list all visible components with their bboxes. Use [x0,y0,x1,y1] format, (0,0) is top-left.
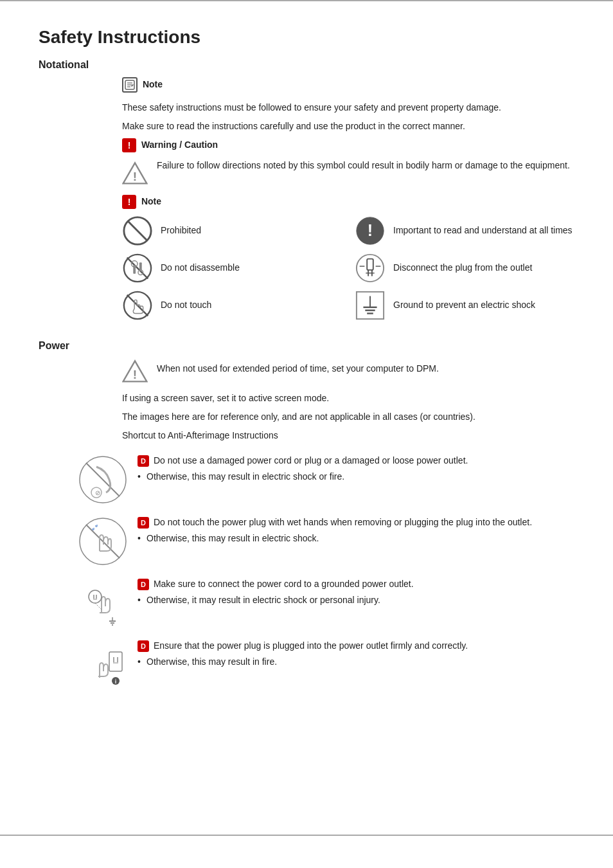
note-label-row: Note [122,77,574,95]
disassemble-text: Do not disassemble [161,262,240,275]
caution-marker-3: D [138,579,149,590]
touch-text: Do not touch [161,299,211,312]
symbol-disassemble: Do not disassemble [122,253,342,284]
power-warning1: When not used for extended period of tim… [157,358,439,375]
triangle-warning-icon: ! [122,160,148,186]
power-item-2: D Do not touch the power plug with wet h… [77,516,574,567]
power-item-3: D Make sure to connect the power cord to… [77,577,574,629]
warning-icon: ! [122,138,136,152]
svg-text:⊘: ⊘ [95,489,100,496]
important-text: Important to read and understand at all … [393,224,573,237]
power-item-1-main: D Do not use a damaged power cord or plu… [138,454,574,467]
prohibited-icon [122,215,153,246]
power-item-4: i D Ensure that the power plug is plugge… [77,639,574,691]
caution-marker-1: D [138,455,149,467]
power-item-1-image: ⊘ [77,454,129,505]
note2-label-text: Note [141,195,161,206]
power-warning-block: ! When not used for extended period of t… [122,358,574,384]
power-item-4-sub: Otherwise, this may result in fire. [138,655,574,669]
svg-text:i: i [115,678,117,685]
warning-label-text: Warning / Caution [141,139,218,149]
notational-heading: Notational [39,59,574,71]
warning-label-row: ! Warning / Caution [122,138,574,152]
note2-warning-icon: ! [122,195,136,209]
power-heading: Power [39,340,574,352]
caution-marker-4: D [138,640,149,652]
power-item-3-image [77,577,129,629]
symbol-disconnect: Disconnect the plug from the outlet [355,253,574,284]
power-item-3-sub: Otherwise, it may result in electric sho… [138,593,574,607]
power-item-2-sub: Otherwise, this may result in electric s… [138,532,574,545]
power-item-2-content: D Do not touch the power plug with wet h… [138,516,574,545]
svg-line-46 [95,603,102,610]
svg-text:!: ! [133,170,137,183]
power-body3: Shortcut to Anti-Afterimage Instructions [122,429,574,442]
power-body2: The images here are for reference only, … [122,410,574,424]
symbol-prohibited: Prohibited [122,215,342,246]
symbol-touch: Do not touch [122,290,342,321]
symbol-important: ! Important to read and understand at al… [355,215,574,246]
note-icon [122,77,138,93]
touch-icon [122,290,153,321]
power-triangle-icon: ! [122,358,148,384]
svg-text:!: ! [133,368,137,381]
disconnect-icon [355,253,386,284]
svg-point-38 [89,590,102,603]
svg-line-7 [129,221,147,240]
svg-line-11 [127,257,148,278]
svg-rect-13 [133,265,136,273]
power-body: If using a screen saver, set it to activ… [122,392,574,442]
svg-rect-47 [109,652,122,671]
caution-marker-2: D [138,517,149,529]
prohibited-text: Prohibited [161,224,201,237]
svg-rect-15 [139,262,142,271]
grounded-outlet-svg [77,577,129,629]
power-cord-prohibited-svg: ⊘ [77,454,129,505]
page-container: Safety Instructions Notational Note Thes… [0,0,613,836]
power-item-4-content: D Ensure that the power plug is plugged … [138,639,574,669]
power-item-4-image: i [77,639,129,691]
ground-icon [355,290,386,321]
notational-body1: These safety instructions must be follow… [122,101,574,114]
page-title: Safety Instructions [39,27,574,48]
svg-rect-17 [367,258,373,269]
power-item-3-content: D Make sure to connect the power cord to… [138,577,574,607]
power-item-1-content: D Do not use a damaged power cord or plu… [138,454,574,484]
important-icon: ! [355,215,386,246]
plug-outlet-svg: i [77,639,129,691]
disconnect-text: Disconnect the plug from the outlet [393,262,532,275]
power-body1: If using a screen saver, set it to activ… [122,392,574,405]
symbol-grid: Prohibited ! Important to read and under… [122,215,574,321]
note2-label-row: ! Note [122,195,574,209]
power-item-2-main: D Do not touch the power plug with wet h… [138,516,574,529]
power-item-4-main: D Ensure that the power plug is plugged … [138,639,574,653]
wet-hands-svg [77,516,129,567]
notational-body2: Make sure to read the instructions caref… [122,120,574,133]
ground-text: Ground to prevent an electric shock [393,299,535,312]
power-item-1-sub: Otherwise, this may result in electric s… [138,470,574,484]
power-item-3-main: D Make sure to connect the power cord to… [138,577,574,591]
symbol-ground: Ground to prevent an electric shock [355,290,574,321]
disassemble-icon [122,253,153,284]
note-text: Note [143,79,163,89]
power-item-2-image [77,516,129,567]
warning-body-text: Failure to follow directions noted by th… [157,159,570,172]
warning-block: ! Failure to follow directions noted by … [122,159,574,186]
power-item-1: ⊘ D Do not use a damaged power cord or p… [77,454,574,505]
svg-text:!: ! [368,221,373,239]
pencil-note-svg [125,80,135,90]
notational-body: These safety instructions must be follow… [122,101,574,133]
power-section: Power ! When not used for extended perio… [39,340,574,691]
